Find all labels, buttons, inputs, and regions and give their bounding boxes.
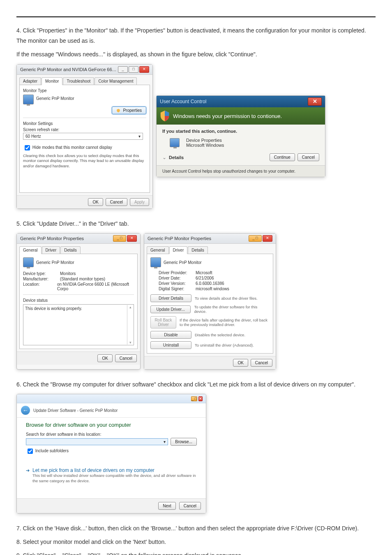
close-icon[interactable]: ✕ xyxy=(263,235,272,242)
update-driver-wizard: _ □ ✕ ← Update Driver Software - Generic… xyxy=(16,394,206,513)
close-icon[interactable]: ✕ xyxy=(198,396,203,401)
properties-button-label: Properties xyxy=(123,108,142,113)
wizard-breadcrumb-row: ← Update Driver Software - Generic PnP M… xyxy=(17,403,206,418)
hide-modes-checkbox[interactable]: Hide modes that this monitor cannot disp… xyxy=(23,145,112,150)
monitor-icon xyxy=(170,138,180,147)
close-icon[interactable]: ✕ xyxy=(127,235,137,242)
tab-troubleshoot[interactable]: Troubleshoot xyxy=(63,77,94,85)
uac-details-row: ⌄ Details Continue Cancel xyxy=(162,153,319,161)
close-icon[interactable]: ✕ xyxy=(139,66,149,73)
step4-text2: If the message "Windows needs..." is dis… xyxy=(16,49,376,60)
uac-banner-text: Windows needs your permission to contion… xyxy=(173,113,282,119)
properties-driver-dialog: Generic PnP Monitor Properties _ □ ✕ Gen… xyxy=(144,233,276,370)
help-icon[interactable]: _ □ xyxy=(113,235,126,242)
arrow-icon: → xyxy=(102,552,105,555)
tab-general[interactable]: General xyxy=(19,246,42,254)
driver-date-value: 6/21/2006 xyxy=(196,276,214,280)
driver-details-button[interactable]: Driver Details xyxy=(150,294,191,302)
device-status-label: Device status xyxy=(23,298,134,303)
help-icon[interactable]: _ □ xyxy=(191,396,197,401)
help-icon[interactable]: _ □ xyxy=(249,235,262,242)
step5-text: 5. Click "Update Driver..." in the "Driv… xyxy=(16,219,376,229)
cancel-button[interactable]: Cancel xyxy=(106,198,127,206)
update-driver-button[interactable]: Update Driver... xyxy=(150,305,191,313)
hide-modes-description: Clearing this check box allows you to se… xyxy=(23,153,146,169)
pick-from-list-description: This list will show installed driver sof… xyxy=(32,473,197,483)
monitor-properties-dialog: Generic PnP Monitor and NVIDIA GeForce 6… xyxy=(16,64,153,209)
scroll-down-icon[interactable]: ▾ xyxy=(127,340,133,345)
device-status-box: This device is working properly. ▴ ▾ xyxy=(23,304,134,345)
chevron-down-icon[interactable]: ⌄ xyxy=(162,155,166,160)
monitor-settings-label: Monitor Settings xyxy=(23,121,146,126)
uninstall-button[interactable]: Uninstall xyxy=(150,341,191,349)
step9-part-c: "OK" xyxy=(88,552,102,555)
device-status-text: This device is working properly. xyxy=(25,306,82,311)
dialog-title: Generic PnP Monitor Properties xyxy=(148,236,211,241)
disable-button[interactable]: Disable xyxy=(150,331,191,339)
tab-driver[interactable]: Driver xyxy=(42,246,60,254)
screen-refresh-select[interactable]: 60 Hertz ▾ xyxy=(23,133,143,140)
tab-adapter[interactable]: Adapter xyxy=(19,77,41,85)
uac-company: Microsoft Windows xyxy=(186,143,224,148)
step9-part-b: "Close" xyxy=(62,552,83,555)
maximize-icon[interactable]: □ xyxy=(129,66,138,73)
back-arrow-icon[interactable]: ← xyxy=(21,406,30,415)
titlebar: Generic PnP Monitor and NVIDIA GeForce 6… xyxy=(17,65,152,75)
ok-button[interactable]: OK xyxy=(97,354,112,362)
rollback-driver-button[interactable]: Roll Back Driver xyxy=(150,316,176,328)
screen-refresh-label: Screen refresh rate: xyxy=(23,127,146,132)
top-rule xyxy=(16,16,376,17)
pick-from-list-label: Let me pick from a list of device driver… xyxy=(32,467,154,473)
next-button[interactable]: Next xyxy=(158,502,176,510)
cancel-button[interactable]: Cancel xyxy=(297,153,319,161)
wizard-titlebar: _ □ ✕ xyxy=(17,394,206,403)
arrow-icon: → xyxy=(57,552,60,555)
details-link[interactable]: Details xyxy=(169,155,184,160)
step4-figure-row: Generic PnP Monitor and NVIDIA GeForce 6… xyxy=(16,64,376,209)
driver-version-value: 6.0.6000.16386 xyxy=(196,281,224,286)
ok-button[interactable]: OK xyxy=(88,198,103,206)
scroll-up-icon[interactable]: ▴ xyxy=(127,305,133,309)
ok-button[interactable]: OK xyxy=(233,359,248,367)
device-type-value: Monitors xyxy=(60,271,76,276)
cancel-button[interactable]: Cancel xyxy=(179,502,201,510)
arrow-right-icon: ➔ xyxy=(26,468,30,473)
driver-details-description: To view details about the driver files. xyxy=(195,296,258,301)
location-value: on NVIDIA GeForce 6600 LE (Microsoft Cor… xyxy=(57,282,134,291)
dialog-title: Generic PnP Monitor Properties xyxy=(20,236,84,241)
continue-button[interactable]: Continue xyxy=(270,153,295,161)
tab-general[interactable]: General xyxy=(147,246,169,254)
tab-details[interactable]: Details xyxy=(60,246,81,254)
cancel-button[interactable]: Cancel xyxy=(115,354,137,362)
step9-part-d: "OK" on the following screens displayed … xyxy=(107,552,243,555)
pick-from-list-link[interactable]: ➔ Let me pick from a list of device driv… xyxy=(26,467,197,473)
wizard-path-input[interactable]: ▾ xyxy=(26,438,168,445)
monitor-type-label: Monitor Type xyxy=(23,88,146,93)
browse-button[interactable]: Browse... xyxy=(171,438,197,446)
uac-body: If you started this action, continue. De… xyxy=(157,125,325,165)
device-name: Generic PnP Monitor xyxy=(36,260,74,265)
apply-button[interactable]: Apply xyxy=(130,198,149,206)
minimize-icon[interactable]: _ xyxy=(118,66,128,73)
close-icon[interactable]: ✕ xyxy=(308,97,322,106)
arrow-icon: → xyxy=(83,552,86,555)
driver-provider-label: Driver Provider: xyxy=(159,271,191,275)
uac-ifstarted: If you started this action, continue. xyxy=(162,129,319,134)
uac-titlebar: User Account Control ✕ xyxy=(157,96,325,107)
monitor-name: Generic PnP Monitor xyxy=(36,96,146,101)
manufacturer-label: Manufacturer: xyxy=(23,277,56,281)
driver-provider-value: Microsoft xyxy=(196,271,212,275)
cancel-button[interactable]: Cancel xyxy=(251,359,272,367)
tab-details[interactable]: Details xyxy=(188,246,208,254)
driver-date-label: Driver Date: xyxy=(159,276,191,280)
include-subfolders-checkbox[interactable]: Include subfolders xyxy=(26,449,69,453)
driver-signer-value: microsoft windows xyxy=(196,287,229,291)
tab-color-management[interactable]: Color Management xyxy=(95,77,137,85)
tab-monitor[interactable]: Monitor xyxy=(42,77,62,85)
location-label: Location: xyxy=(23,282,53,291)
device-type-label: Device type: xyxy=(23,271,56,276)
tab-driver[interactable]: Driver xyxy=(169,246,188,254)
properties-button[interactable]: Properties xyxy=(112,106,146,114)
wizard-breadcrumb: Update Driver Software - Generic PnP Mon… xyxy=(33,408,118,413)
step4-text1: 4. Click "Properties" in the "Monitor" t… xyxy=(16,25,376,46)
